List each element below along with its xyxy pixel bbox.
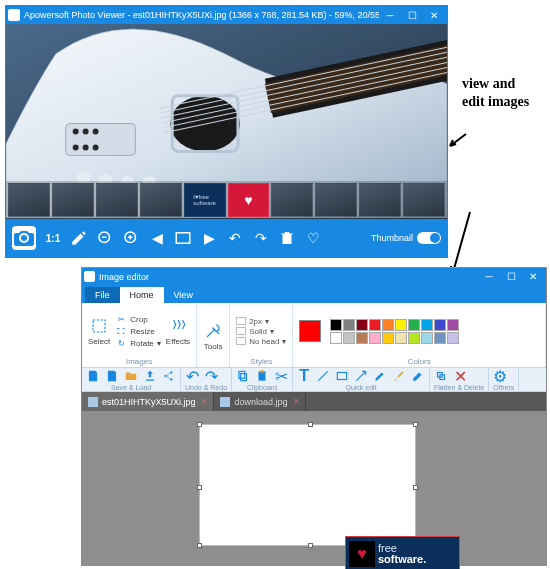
canvas-area[interactable]: ♥ freesoftware.: [82, 411, 546, 566]
close-button[interactable]: ✕: [423, 7, 445, 23]
thumbnail-item[interactable]: [140, 183, 182, 217]
rotate-left-button[interactable]: ↶: [226, 229, 244, 247]
effects-button[interactable]: Effects: [166, 316, 190, 346]
color-swatch[interactable]: [382, 332, 394, 344]
edit-button[interactable]: [70, 229, 88, 247]
pen-tool-icon[interactable]: [373, 369, 387, 383]
rect-tool-icon[interactable]: [335, 369, 349, 383]
resize-handle[interactable]: [413, 422, 418, 427]
editor-titlebar[interactable]: Image editor ─ ☐ ✕: [82, 268, 546, 285]
text-tool-icon[interactable]: T: [297, 369, 311, 383]
color-swatch[interactable]: [330, 319, 342, 331]
line-tool-icon[interactable]: [316, 369, 330, 383]
favorite-button[interactable]: ♡: [304, 229, 322, 247]
cut-icon[interactable]: ✂: [274, 369, 288, 383]
color-swatch[interactable]: [369, 319, 381, 331]
select-button[interactable]: Select: [88, 316, 110, 346]
thumbnail-item[interactable]: I♥freesoftware: [184, 183, 226, 217]
rotate-right-button[interactable]: ↷: [252, 229, 270, 247]
settings-icon[interactable]: ⚙: [493, 369, 507, 383]
maximize-button[interactable]: ☐: [500, 269, 522, 284]
thumbnail-item[interactable]: ♥: [228, 183, 270, 217]
resize-handle[interactable]: [413, 485, 418, 490]
line-style-dropdown[interactable]: Solid ▾: [236, 327, 286, 336]
flatten-icon[interactable]: [434, 369, 448, 383]
viewer-image-area[interactable]: I♥freesoftware ♥: [6, 24, 447, 219]
color-swatch[interactable]: [421, 319, 433, 331]
resize-button[interactable]: ⛶Resize: [115, 325, 161, 337]
logo-overlay[interactable]: ♥ freesoftware.: [345, 536, 460, 569]
document-tab[interactable]: download.jpg×: [214, 392, 306, 411]
color-swatch[interactable]: [447, 332, 459, 344]
color-swatch[interactable]: [395, 319, 407, 331]
previous-button[interactable]: ◀: [148, 229, 166, 247]
copy-icon[interactable]: [236, 369, 250, 383]
arrow-head-dropdown[interactable]: No head ▾: [236, 337, 286, 346]
document-tab[interactable]: est01HIHTKyX5UXi.jpg×: [82, 392, 214, 411]
color-swatch[interactable]: [395, 332, 407, 344]
color-swatch[interactable]: [447, 319, 459, 331]
resize-handle[interactable]: [197, 422, 202, 427]
color-swatch[interactable]: [382, 319, 394, 331]
viewer-titlebar[interactable]: Apowersoft Photo Viewer - est01HIHTKyX5U…: [6, 6, 447, 24]
camera-button[interactable]: [12, 226, 36, 250]
upload-icon[interactable]: [143, 369, 157, 383]
next-button[interactable]: ▶: [200, 229, 218, 247]
color-swatch[interactable]: [343, 332, 355, 344]
color-swatch[interactable]: [356, 332, 368, 344]
actual-size-button[interactable]: 1:1: [44, 229, 62, 247]
open-icon[interactable]: [124, 369, 138, 383]
color-swatch[interactable]: [343, 319, 355, 331]
minimize-button[interactable]: ─: [379, 7, 401, 23]
crop-button[interactable]: ✂Crop: [115, 313, 161, 325]
delete-icon[interactable]: ✕: [453, 369, 467, 383]
thumbnail-item[interactable]: [52, 183, 94, 217]
thumbnail-toggle[interactable]: Thumbnail: [371, 232, 441, 244]
tools-button[interactable]: Tools: [203, 321, 223, 351]
thumbnail-item[interactable]: [8, 183, 50, 217]
thumbnail-item[interactable]: [403, 183, 445, 217]
resize-handle[interactable]: [197, 485, 202, 490]
color-swatch[interactable]: [434, 332, 446, 344]
minimize-button[interactable]: ─: [478, 269, 500, 284]
thumbnail-item[interactable]: [271, 183, 313, 217]
paste-icon[interactable]: [255, 369, 269, 383]
tab-home[interactable]: Home: [120, 287, 164, 303]
share-icon[interactable]: [162, 369, 176, 383]
tab-view[interactable]: View: [164, 287, 203, 303]
redo-icon[interactable]: ↷: [204, 369, 218, 383]
current-color-swatch[interactable]: [299, 320, 321, 342]
color-swatch[interactable]: [434, 319, 446, 331]
tab-file[interactable]: File: [85, 287, 120, 303]
delete-button[interactable]: [278, 229, 296, 247]
thumbnail-item[interactable]: [359, 183, 401, 217]
maximize-button[interactable]: ☐: [401, 7, 423, 23]
zoom-in-button[interactable]: [122, 229, 140, 247]
color-swatch[interactable]: [356, 319, 368, 331]
slideshow-button[interactable]: [174, 229, 192, 247]
color-swatch[interactable]: [421, 332, 433, 344]
color-swatch[interactable]: [330, 332, 342, 344]
color-swatch[interactable]: [408, 319, 420, 331]
rotate-button[interactable]: ↻Rotate ▾: [115, 337, 161, 349]
arrow-tool-icon[interactable]: [354, 369, 368, 383]
canvas[interactable]: [200, 425, 415, 545]
viewer-title: Apowersoft Photo Viewer - est01HIHTKyX5U…: [24, 10, 379, 20]
resize-handle[interactable]: [197, 543, 202, 548]
color-swatch[interactable]: [369, 332, 381, 344]
thumbnail-item[interactable]: [96, 183, 138, 217]
thumbnail-item[interactable]: [315, 183, 357, 217]
line-width-dropdown[interactable]: 2px ▾: [236, 317, 286, 326]
save-icon[interactable]: [86, 369, 100, 383]
tab-close-icon[interactable]: ×: [202, 396, 208, 407]
resize-handle[interactable]: [308, 543, 313, 548]
highlighter-tool-icon[interactable]: [411, 369, 425, 383]
brush-tool-icon[interactable]: [392, 369, 406, 383]
resize-handle[interactable]: [308, 422, 313, 427]
save-as-icon[interactable]: [105, 369, 119, 383]
color-swatch[interactable]: [408, 332, 420, 344]
zoom-out-button[interactable]: [96, 229, 114, 247]
tab-close-icon[interactable]: ×: [293, 396, 299, 407]
close-button[interactable]: ✕: [522, 269, 544, 284]
undo-icon[interactable]: ↶: [185, 369, 199, 383]
